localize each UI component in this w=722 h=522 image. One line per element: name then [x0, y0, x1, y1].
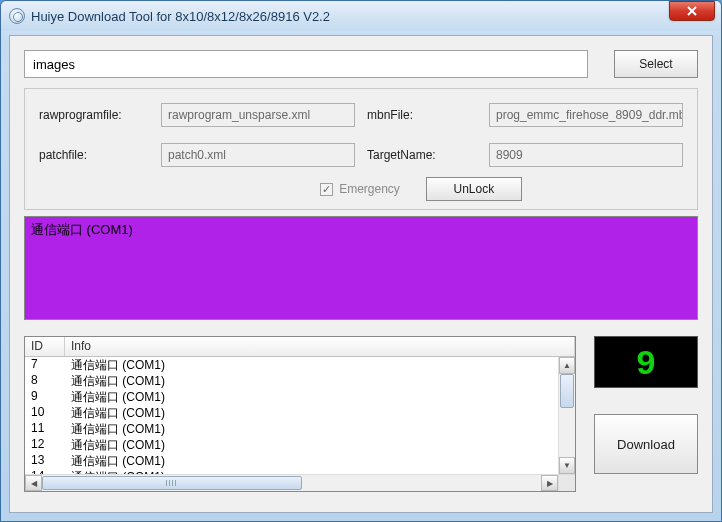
- download-button[interactable]: Download: [594, 414, 698, 474]
- cell-info: 通信端口 (COM1): [65, 405, 558, 421]
- counter-display: 9: [594, 336, 698, 388]
- table-row[interactable]: 11通信端口 (COM1): [25, 421, 558, 437]
- rawprogram-field: rawprogram_unsparse.xml: [161, 103, 355, 127]
- scroll-up-arrow-icon[interactable]: ▲: [559, 357, 575, 374]
- hscroll-track[interactable]: [42, 475, 541, 491]
- side-panel: 9 Download: [594, 336, 698, 492]
- checkbox-icon: ✓: [320, 183, 333, 196]
- status-area: 通信端口 (COM1): [24, 216, 698, 320]
- app-icon: [9, 8, 25, 24]
- select-button[interactable]: Select: [614, 50, 698, 78]
- table-row[interactable]: 12通信端口 (COM1): [25, 437, 558, 453]
- vertical-scrollbar[interactable]: ▲ ▼: [558, 357, 575, 474]
- window-title: Huiye Download Tool for 8x10/8x12/8x26/8…: [31, 9, 669, 24]
- scroll-left-arrow-icon[interactable]: ◀: [25, 475, 42, 491]
- client-area: Select rawprogramfile: rawprogram_unspar…: [9, 35, 713, 513]
- mbnfile-label: mbnFile:: [367, 108, 477, 122]
- cell-info: 通信端口 (COM1): [65, 421, 558, 437]
- bottom-row: ID Info 7通信端口 (COM1)8通信端口 (COM1)9通信端口 (C…: [24, 336, 698, 492]
- close-button[interactable]: [669, 1, 715, 21]
- cell-id: 9: [25, 389, 65, 405]
- cell-id: 12: [25, 437, 65, 453]
- file-config-group: rawprogramfile: rawprogram_unsparse.xml …: [24, 88, 698, 210]
- cell-info: 通信端口 (COM1): [65, 437, 558, 453]
- cell-id: 7: [25, 357, 65, 373]
- patchfile-label: patchfile:: [39, 148, 149, 162]
- log-list[interactable]: ID Info 7通信端口 (COM1)8通信端口 (COM1)9通信端口 (C…: [24, 336, 576, 492]
- scroll-right-arrow-icon[interactable]: ▶: [541, 475, 558, 491]
- close-icon: [687, 6, 697, 16]
- vscroll-track[interactable]: [559, 374, 575, 457]
- scroll-down-arrow-icon[interactable]: ▼: [559, 457, 575, 474]
- cell-id: 11: [25, 421, 65, 437]
- table-row[interactable]: 7通信端口 (COM1): [25, 357, 558, 373]
- table-row[interactable]: 13通信端口 (COM1): [25, 453, 558, 469]
- cell-info: 通信端口 (COM1): [65, 373, 558, 389]
- vscroll-thumb[interactable]: [560, 374, 574, 408]
- table-row[interactable]: 10通信端口 (COM1): [25, 405, 558, 421]
- col-info-header[interactable]: Info: [65, 337, 575, 356]
- status-text: 通信端口 (COM1): [31, 222, 133, 237]
- cell-id: 8: [25, 373, 65, 389]
- rawprogram-label: rawprogramfile:: [39, 108, 149, 122]
- app-window: Huiye Download Tool for 8x10/8x12/8x26/8…: [0, 0, 722, 522]
- emergency-label: Emergency: [339, 182, 400, 196]
- unlock-button[interactable]: UnLock: [426, 177, 522, 201]
- cell-id: 13: [25, 453, 65, 469]
- targetname-label: TargetName:: [367, 148, 477, 162]
- scroll-corner: [558, 474, 575, 491]
- titlebar[interactable]: Huiye Download Tool for 8x10/8x12/8x26/8…: [1, 1, 721, 31]
- emergency-checkbox[interactable]: ✓ Emergency: [320, 182, 400, 196]
- images-path-input[interactable]: [24, 50, 588, 78]
- top-row: Select: [10, 36, 712, 88]
- cell-info: 通信端口 (COM1): [65, 357, 558, 373]
- patchfile-field: patch0.xml: [161, 143, 355, 167]
- list-header[interactable]: ID Info: [25, 337, 575, 357]
- targetname-field: 8909: [489, 143, 683, 167]
- cell-info: 通信端口 (COM1): [65, 453, 558, 469]
- cell-info: 通信端口 (COM1): [65, 389, 558, 405]
- cell-id: 10: [25, 405, 65, 421]
- table-row[interactable]: 9通信端口 (COM1): [25, 389, 558, 405]
- table-row[interactable]: 8通信端口 (COM1): [25, 373, 558, 389]
- col-id-header[interactable]: ID: [25, 337, 65, 356]
- mbnfile-field: prog_emmc_firehose_8909_ddr.mbn: [489, 103, 683, 127]
- hscroll-thumb[interactable]: [42, 476, 302, 490]
- horizontal-scrollbar[interactable]: ◀ ▶: [25, 474, 558, 491]
